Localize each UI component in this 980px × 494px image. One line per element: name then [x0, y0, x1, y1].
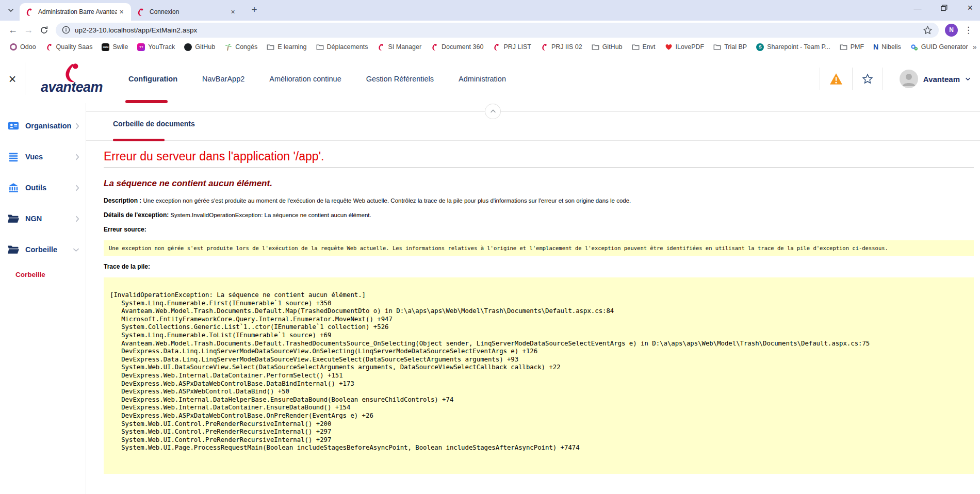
header-divider	[25, 62, 25, 95]
bookmarks-overflow-icon[interactable]: »	[973, 43, 980, 51]
sidebar-item-outils[interactable]: Outils	[0, 172, 86, 203]
bookmark-si-manager[interactable]: SI Manager	[372, 42, 426, 53]
new-tab-button[interactable]: +	[248, 3, 261, 17]
bookmark-conges[interactable]: Congés	[220, 42, 262, 53]
id-card-icon	[6, 120, 20, 131]
bookmark-ilovepdf[interactable]: ILovePDF	[660, 42, 709, 52]
avanteam-logo[interactable]: avanteam	[31, 62, 112, 95]
sidebar-item-vues[interactable]: Vues	[0, 141, 86, 172]
tab-title: Connexion	[150, 8, 228, 15]
user-name: Avanteam	[923, 75, 960, 84]
content-pane: Corbeille de documents Erreur du serveur…	[86, 103, 980, 494]
bookmark-pmf[interactable]: PMF	[835, 42, 869, 52]
avanteam-flame-icon	[431, 43, 438, 51]
folder-open-icon	[6, 213, 20, 224]
warning-icon[interactable]	[829, 73, 843, 85]
main-row: Organisation Vues Outils NGN	[0, 103, 980, 494]
sidebar-item-corbeille[interactable]: Corbeille	[0, 234, 86, 265]
nav-navbarapp2[interactable]: NavBarApp2	[202, 55, 244, 103]
forward-icon[interactable]: →	[21, 22, 36, 38]
folder-icon	[267, 44, 274, 51]
folder-icon	[840, 44, 847, 51]
browser-tab-inactive[interactable]: Connexion ×	[131, 3, 242, 21]
error-divider	[104, 168, 974, 168]
bookmark-star-icon[interactable]	[923, 25, 933, 35]
tab-close-icon[interactable]: ×	[117, 8, 126, 17]
app-close-icon[interactable]: ×	[0, 72, 25, 87]
exception-details: Détails de l'exception: System.InvalidOp…	[104, 211, 974, 219]
window-controls: — ×	[913, 3, 973, 12]
minimize-icon[interactable]: —	[913, 4, 921, 12]
avatar	[900, 70, 918, 88]
bookmark-sharepoint[interactable]: S Sharepoint - Team P...	[752, 42, 835, 53]
url-text[interactable]: up2-23-10.localhost/app/ExtMain2.aspx	[75, 26, 923, 34]
sidebar: Organisation Vues Outils NGN	[0, 103, 86, 494]
description-label: Description :	[104, 197, 141, 204]
favorites-star-icon[interactable]	[862, 73, 873, 85]
nav-administration[interactable]: Administration	[459, 55, 506, 103]
bookmark-swile[interactable]: swile Swile	[97, 42, 133, 53]
chevron-down-icon	[8, 8, 14, 12]
bookmark-e-learning[interactable]: E learning	[262, 42, 311, 52]
bookmark-guid-generator[interactable]: GUID Generator	[906, 42, 973, 53]
bookmark-odoo[interactable]: Odoo	[5, 42, 41, 52]
bookmark-envt[interactable]: Envt	[627, 42, 660, 52]
chevron-right-icon	[75, 185, 79, 191]
bookmark-youtrack[interactable]: YT YouTrack	[133, 42, 179, 53]
github-icon	[184, 43, 192, 51]
stack-trace-box: [InvalidOperationException: La séquence …	[104, 277, 974, 474]
browser-profile-avatar[interactable]: N	[945, 24, 958, 37]
brand-wordmark: avanteam	[41, 79, 103, 95]
youtrack-icon: YT	[137, 43, 145, 51]
bookmark-trial-bp[interactable]: Trial BP	[709, 42, 752, 52]
source-error-box: Une exception non gérée s'est produite l…	[104, 240, 974, 256]
bookmark-deplacements[interactable]: Déplacements	[312, 42, 373, 52]
nibelis-icon: N	[873, 43, 878, 51]
chevron-down-icon	[965, 77, 971, 81]
sidebar-item-organisation[interactable]: Organisation	[0, 110, 86, 141]
close-window-icon[interactable]: ×	[967, 3, 973, 12]
site-info-icon[interactable]	[62, 26, 70, 34]
folder-icon	[592, 44, 599, 51]
sidebar-item-ngn[interactable]: NGN	[0, 203, 86, 234]
heart-icon	[665, 43, 673, 51]
tab-title: Administration Barre Avanteam	[38, 8, 117, 15]
url-omnibox[interactable]: up2-23-10.localhost/app/ExtMain2.aspx	[56, 23, 939, 38]
user-menu[interactable]: Avanteam	[900, 70, 971, 88]
chevron-right-icon	[75, 123, 79, 129]
bookmark-prj-list[interactable]: PRJ LIST	[488, 42, 536, 53]
restore-icon[interactable]	[941, 5, 948, 11]
nav-amelioration-continue[interactable]: Amélioration continue	[269, 55, 341, 103]
bookmarks-bar: Odoo Quality Saas swile Swile YT YouTrac…	[0, 39, 980, 55]
error-description: Description : Une exception non gérée s'…	[104, 197, 974, 204]
tab-search-button[interactable]	[4, 4, 18, 17]
bookmark-prj-iis-02[interactable]: PRJ IIS 02	[536, 42, 587, 53]
bookmark-quality-saas[interactable]: Quality Saas	[41, 42, 97, 53]
bookmark-github-folder[interactable]: GitHub	[587, 42, 627, 52]
bookmark-nibelis[interactable]: N Nibelis	[869, 42, 906, 52]
bookmark-document-360[interactable]: Document 360	[426, 42, 488, 53]
avanteam-flame-icon	[136, 8, 145, 17]
nav-gestion-referentiels[interactable]: Gestion Référentiels	[366, 55, 434, 103]
sharepoint-icon: S	[756, 43, 764, 51]
nav-configuration[interactable]: Configuration	[128, 55, 177, 103]
tab-corbeille-de-documents[interactable]: Corbeille de documents	[113, 120, 195, 128]
gears-icon	[910, 43, 918, 51]
bookmark-github[interactable]: GitHub	[179, 42, 220, 53]
swile-icon: swile	[102, 43, 109, 51]
source-error-label: Erreur source:	[104, 226, 974, 233]
odoo-icon	[10, 43, 17, 51]
error-title: Erreur du serveur dans l'application '/a…	[104, 150, 974, 163]
avanteam-flame-icon	[45, 43, 53, 51]
tab-close-icon[interactable]: ×	[228, 8, 237, 17]
reload-icon[interactable]	[36, 22, 52, 38]
sidebar-subitem-corbeille[interactable]: Corbeille	[0, 265, 86, 284]
browser-menu-icon[interactable]: ⋮	[962, 25, 975, 36]
details-label: Détails de l'exception:	[104, 211, 169, 219]
chevron-right-icon	[75, 216, 79, 222]
browser-tab-active[interactable]: Administration Barre Avanteam ×	[20, 3, 131, 21]
chevron-right-icon	[75, 154, 79, 160]
folder-open-icon	[6, 244, 20, 255]
palm-tree-icon	[224, 43, 232, 51]
back-icon[interactable]: ←	[5, 22, 21, 38]
